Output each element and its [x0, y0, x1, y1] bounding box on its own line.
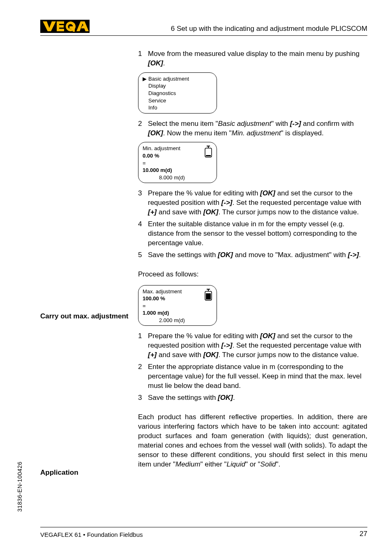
lcd-min-adjustment: Min. adjustment 0.00 % = 10.000 m(d) 8.0… [138, 142, 217, 183]
tank-empty-icon [204, 146, 212, 160]
step-number: 1 [138, 49, 148, 68]
menu-item-info: Info [143, 104, 212, 111]
application-paragraph: Each product has different reflective pr… [138, 413, 367, 469]
step-body: Move from the measured value display to … [148, 49, 367, 68]
key-ok: [OK] [148, 59, 163, 67]
step-number: 5 [138, 251, 148, 260]
step-b-2: 2 Select the menu item "Basic adjustment… [138, 119, 367, 138]
step-d-1: 1 Prepare the % value for editing with [… [138, 332, 367, 360]
svg-rect-7 [207, 289, 210, 290]
lcd-eq: = [143, 160, 212, 167]
step-body: Prepare the % value for editing with [OK… [148, 189, 367, 217]
step-number: 1 [138, 332, 148, 360]
lcd-subvalue: 2.000 m(d) [143, 317, 212, 324]
step-number: 3 [138, 189, 148, 217]
step-c-4: 4 Enter the suitable distance value in m… [138, 220, 367, 248]
step-c-5: 5 Save the settings with [OK] and move t… [138, 251, 367, 260]
content-area: 1 Move from the measured value display t… [40, 49, 367, 520]
step-body: Select the menu item "Basic adjustment" … [148, 119, 367, 138]
step-body: Save the settings with [OK] and move to … [148, 251, 367, 260]
footer-page-number: 27 [360, 530, 367, 538]
menu-item-service: Service [143, 97, 212, 104]
step-number: 2 [138, 362, 148, 391]
menu-label: Basic adjustment [148, 75, 189, 83]
svg-rect-6 [206, 155, 211, 156]
step-d-3: 3 Save the settings with [OK]. [138, 393, 367, 403]
step-body: Prepare the % value for editing with [OK… [148, 332, 367, 360]
menu-label: Display [148, 82, 166, 90]
tank-full-icon [204, 289, 212, 303]
menu-item-display: Display [143, 82, 212, 90]
vega-logo [40, 20, 90, 35]
header-rule [40, 35, 367, 36]
footer-rule [40, 527, 367, 527]
step-body: Enter the appropriate distance value in … [148, 362, 367, 391]
step-c-3: 3 Prepare the % value for editing with [… [138, 189, 367, 217]
main-column: 1 Move from the measured value display t… [138, 49, 367, 469]
doc-number-vertical: 31836-EN-100426 [16, 462, 23, 512]
lcd-percent: 0.00 % [143, 152, 212, 160]
menu-item-basic: ▶ Basic adjustment [143, 75, 212, 83]
step-body: Enter the suitable distance value in m f… [148, 220, 367, 248]
step-tail: . [163, 59, 165, 67]
lcd-value: 10.000 m(d) [143, 167, 212, 174]
step-number: 2 [138, 119, 148, 138]
menu-label: Service [148, 97, 166, 104]
side-heading-application: Application [40, 468, 131, 477]
svg-rect-3 [207, 146, 210, 146]
lcd-percent: 100.00 % [143, 295, 212, 302]
step-d-2: 2 Enter the appropriate distance value i… [138, 362, 367, 391]
proceed-text: Proceed as follows: [138, 270, 367, 279]
lcd-eq: = [143, 302, 212, 310]
step-body: Save the settings with [OK]. [148, 393, 367, 403]
lcd-title: Min. adjustment [143, 145, 212, 152]
lcd-value: 1.000 m(d) [143, 309, 212, 317]
step-text: Move from the measured value display to … [148, 50, 360, 58]
svg-rect-10 [206, 293, 211, 299]
step-number: 4 [138, 220, 148, 248]
page: 6 Set up with the indicating and adjustm… [0, 0, 392, 557]
header-section-title: 6 Set up with the indicating and adjustm… [171, 25, 367, 33]
lcd-max-adjustment: Max. adjustment 100.00 % = 1.000 m(d) 2.… [138, 285, 217, 326]
pointer-icon: ▶ [143, 75, 148, 83]
menu-item-diagnostics: Diagnostics [143, 90, 212, 97]
lcd-main-menu: ▶ Basic adjustment Display Diagnostics S… [138, 72, 217, 114]
menu-label: Diagnostics [148, 90, 176, 97]
side-heading-max-adjust: Carry out max. adjustment [40, 312, 131, 320]
footer-product: VEGAFLEX 61 • Foundation Fieldbus [40, 531, 143, 538]
step-a-1: 1 Move from the measured value display t… [138, 49, 367, 68]
step-number: 3 [138, 393, 148, 403]
menu-label: Info [148, 104, 157, 111]
lcd-subvalue: 8.000 m(d) [143, 174, 212, 181]
lcd-title: Max. adjustment [143, 288, 212, 295]
